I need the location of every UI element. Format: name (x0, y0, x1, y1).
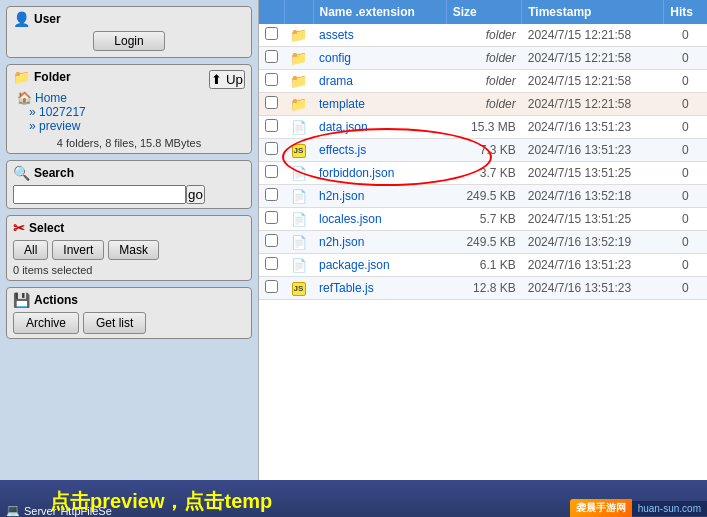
folder-row-icon: 📁 (290, 96, 307, 112)
table-row: JSrefTable.js12.8 KB2024/7/16 13:51:230 (259, 277, 707, 300)
row-checkbox[interactable] (265, 257, 278, 270)
row-checkbox[interactable] (265, 73, 278, 86)
search-panel-icon: 🔍 (13, 165, 30, 181)
select-icon: ✂ (13, 220, 25, 236)
file-row-icon: 📄 (291, 189, 307, 204)
folder-row-icon: 📁 (290, 73, 307, 89)
table-row: 📄n2h.json249.5 KB2024/7/16 13:52:190 (259, 231, 707, 254)
up-button[interactable]: ⬆ Up (209, 70, 245, 89)
actions-icon: 💾 (13, 292, 30, 308)
file-hits: 0 (664, 93, 707, 116)
file-size: folder (446, 24, 521, 47)
row-checkbox[interactable] (265, 27, 278, 40)
row-checkbox[interactable] (265, 119, 278, 132)
row-checkbox[interactable] (265, 50, 278, 63)
file-hits: 0 (664, 208, 707, 231)
sidebar: 👤 User Login 📁 Folder ⬆ Up 🏠 Home (0, 0, 258, 480)
file-link[interactable]: package.json (319, 258, 390, 272)
file-link[interactable]: effects.js (319, 143, 366, 157)
folder-panel-title: Folder (34, 70, 71, 84)
search-go-button[interactable]: go (186, 185, 205, 204)
search-panel-title: Search (34, 166, 74, 180)
file-size: folder (446, 93, 521, 116)
file-size: 12.8 KB (446, 277, 521, 300)
folder-panel: 📁 Folder ⬆ Up 🏠 Home 1027217 preview 4 f… (6, 64, 252, 154)
logo-box: 袭晨手游网 (570, 499, 632, 517)
row-checkbox[interactable] (265, 142, 278, 155)
row-checkbox[interactable] (265, 96, 278, 109)
select-mask-button[interactable]: Mask (108, 240, 159, 260)
col-hits[interactable]: Hits (664, 0, 707, 24)
file-timestamp: 2024/7/15 12:21:58 (522, 47, 664, 70)
table-row: 📄locales.json5.7 KB2024/7/15 13:51:250 (259, 208, 707, 231)
home-link[interactable]: 🏠 Home (17, 91, 245, 105)
login-button[interactable]: Login (93, 31, 164, 51)
file-hits: 0 (664, 254, 707, 277)
file-timestamp: 2024/7/16 13:52:18 (522, 185, 664, 208)
archive-button[interactable]: Archive (13, 312, 79, 334)
file-timestamp: 2024/7/16 13:51:23 (522, 277, 664, 300)
row-checkbox[interactable] (265, 165, 278, 178)
table-row: 📄h2n.json249.5 KB2024/7/16 13:52:180 (259, 185, 707, 208)
file-timestamp: 2024/7/15 12:21:58 (522, 70, 664, 93)
file-timestamp: 2024/7/16 13:52:19 (522, 231, 664, 254)
row-checkbox[interactable] (265, 280, 278, 293)
select-invert-button[interactable]: Invert (52, 240, 104, 260)
col-timestamp[interactable]: Timestamp (522, 0, 664, 24)
col-checkbox (259, 0, 284, 24)
file-link[interactable]: n2h.json (319, 235, 364, 249)
folder-row-icon: 📁 (290, 27, 307, 43)
col-name[interactable]: Name .extension (313, 0, 446, 24)
actions-panel-title: Actions (34, 293, 78, 307)
file-row-icon: 📄 (291, 120, 307, 135)
file-size: folder (446, 70, 521, 93)
file-row-icon: 📄 (291, 235, 307, 250)
row-checkbox[interactable] (265, 188, 278, 201)
file-link[interactable]: template (319, 97, 365, 111)
file-timestamp: 2024/7/16 13:51:23 (522, 139, 664, 162)
file-size: 5.7 KB (446, 208, 521, 231)
file-link[interactable]: config (319, 51, 351, 65)
user-panel: 👤 User Login (6, 6, 252, 58)
col-size[interactable]: Size (446, 0, 521, 24)
file-hits: 0 (664, 185, 707, 208)
file-link[interactable]: assets (319, 28, 354, 42)
folder-sub-preview[interactable]: preview (29, 119, 245, 133)
file-row-icon: 📄 (291, 212, 307, 227)
file-link[interactable]: h2n.json (319, 189, 364, 203)
file-table: Name .extension Size Timestamp Hits 📁ass… (259, 0, 707, 300)
table-row: 📄forbiddon.json3.7 KB2024/7/15 13:51:250 (259, 162, 707, 185)
col-icon (284, 0, 313, 24)
table-row: 📁dramafolder2024/7/15 12:21:580 (259, 70, 707, 93)
file-area: Name .extension Size Timestamp Hits 📁ass… (258, 0, 707, 480)
file-link[interactable]: refTable.js (319, 281, 374, 295)
file-link[interactable]: locales.json (319, 212, 382, 226)
row-checkbox[interactable] (265, 234, 278, 247)
file-size: 3.7 KB (446, 162, 521, 185)
file-timestamp: 2024/7/16 13:51:23 (522, 116, 664, 139)
file-hits: 0 (664, 24, 707, 47)
file-link[interactable]: data.json (319, 120, 368, 134)
up-icon: ⬆ (211, 72, 222, 87)
file-link[interactable]: forbiddon.json (319, 166, 394, 180)
search-input[interactable] (13, 185, 186, 204)
get-list-button[interactable]: Get list (83, 312, 146, 334)
table-row: 📄package.json6.1 KB2024/7/16 13:51:230 (259, 254, 707, 277)
file-size: 6.1 KB (446, 254, 521, 277)
row-checkbox[interactable] (265, 211, 278, 224)
folder-sub-1027217[interactable]: 1027217 (29, 105, 245, 119)
file-hits: 0 (664, 162, 707, 185)
logo-url: huan-sun.com (632, 501, 707, 516)
selected-info: 0 items selected (13, 264, 245, 276)
file-row-icon: 📄 (291, 258, 307, 273)
table-header-row: Name .extension Size Timestamp Hits (259, 0, 707, 24)
file-link[interactable]: drama (319, 74, 353, 88)
file-timestamp: 2024/7/15 12:21:58 (522, 93, 664, 116)
folder-icon: 📁 (13, 69, 30, 85)
user-panel-title: User (34, 12, 61, 26)
select-panel-title: Select (29, 221, 64, 235)
file-hits: 0 (664, 47, 707, 70)
server-icon: 💻 (6, 504, 20, 517)
select-all-button[interactable]: All (13, 240, 48, 260)
file-timestamp: 2024/7/15 13:51:25 (522, 208, 664, 231)
